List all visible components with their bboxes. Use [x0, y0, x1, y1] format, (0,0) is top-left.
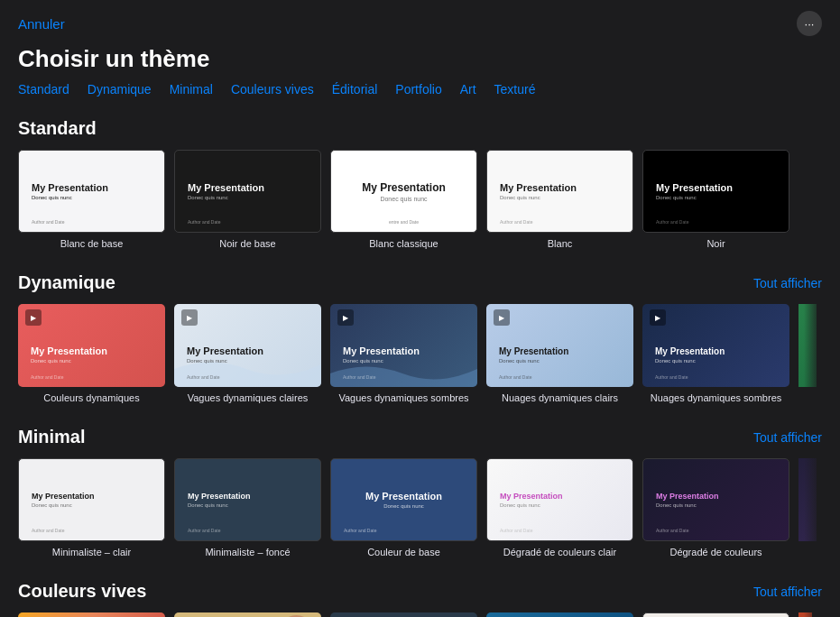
minimaliste-fonce-label: Minimaliste – foncé — [205, 547, 290, 557]
theme-vive-5[interactable]: DONEC QUIS NUNC My Presentation — [642, 612, 789, 617]
theme-blanc-classique[interactable]: My Presentation Donec quis nunc entre an… — [330, 150, 477, 249]
couleurs-vives-tout-afficher[interactable]: Tout afficher — [753, 585, 822, 599]
vive-2-preview: MYPRESENTATION — [174, 612, 321, 617]
annuler-button[interactable]: Annuler — [18, 16, 65, 32]
vagues-sombres-label: Vagues dynamiques sombres — [338, 392, 468, 403]
dynamique-section-header: Dynamique Tout afficher — [18, 272, 822, 293]
theme-noir-de-base[interactable]: My Presentation Donec quis nunc Author a… — [174, 150, 321, 249]
theme-subtitle: Donec quis nunc — [31, 358, 71, 364]
vive-1-preview: MYPRESENTATION — [18, 612, 165, 617]
dynamique-tout-afficher[interactable]: Tout afficher — [753, 276, 822, 290]
theme-couleur-base[interactable]: My Presentation Donec quis nunc Author a… — [330, 458, 477, 557]
theme-main-title: My Presentation — [343, 345, 420, 356]
more-button[interactable]: ··· — [797, 11, 822, 36]
couleur-base-label: Couleur de base — [367, 547, 440, 557]
theme-main-title: My Presentation — [365, 491, 442, 502]
theme-author: Author and Date — [32, 219, 64, 225]
theme-main-title: My Presentation — [31, 345, 107, 356]
theme-author: Author and Date — [655, 374, 688, 380]
vagues-sombres-preview: ▶ My Presentation Donec quis nunc Author… — [330, 304, 477, 387]
theme-vive-3[interactable]: MY PRESENTATION — [330, 612, 477, 617]
minimal-tout-afficher[interactable]: Tout afficher — [753, 430, 822, 445]
theme-subtitle: Donec quis nunc — [188, 195, 228, 200]
tab-art[interactable]: Art — [460, 82, 476, 97]
theme-vive-4[interactable]: Donec quis nunc — [486, 612, 633, 617]
vive-5-preview: DONEC QUIS NUNC My Presentation — [642, 612, 789, 617]
minimal-fonce-preview: My Presentation Donec quis nunc Author a… — [174, 458, 321, 541]
theme-main-title: My Presentation — [32, 182, 108, 193]
theme-degrade-clair[interactable]: My Presentation Donec quis nunc Author a… — [486, 458, 633, 557]
couleurs-vives-header: Couleurs vives Tout afficher — [18, 581, 822, 602]
theme-subtitle: Donec quis nunc — [656, 502, 697, 508]
tab-dynamique[interactable]: Dynamique — [88, 82, 152, 97]
theme-subtitle: Donec quis nunc — [188, 502, 228, 508]
theme-main-title: My Presentation — [188, 182, 264, 193]
theme-vive-2[interactable]: MYPRESENTATION — [174, 612, 321, 617]
theme-author: Author and Date — [188, 219, 220, 225]
vive-4-preview: Donec quis nunc — [486, 612, 633, 617]
minimal-section: Minimal Tout afficher My Presentation Do… — [0, 418, 840, 572]
more-icon: ··· — [805, 17, 815, 31]
minimaliste-clair-label: Minimaliste – clair — [52, 547, 131, 557]
blanc-classique-preview: My Presentation Donec quis nunc entre an… — [330, 150, 477, 233]
degrade-couleurs-preview: My Presentation Donec quis nunc Author a… — [642, 458, 789, 541]
dynamique-themes-row: ▶ My Presentation Donec quis nunc Author… — [18, 304, 822, 403]
theme-blanc[interactable]: My Presentation Donec quis nunc Author a… — [486, 150, 633, 249]
degrade-clair-label: Dégradé de couleurs clair — [503, 547, 616, 557]
theme-subtitle: Donec quis nunc — [656, 195, 697, 200]
top-bar: Annuler ··· — [0, 0, 840, 41]
tab-portfolio[interactable]: Portfolio — [395, 82, 441, 97]
theme-extra-dynamique[interactable] — [798, 304, 817, 403]
theme-author: Author and Date — [500, 219, 532, 225]
couleurs-vives-section: Couleurs vives Tout afficher MYPRESENTAT… — [0, 572, 840, 617]
theme-vive-extra[interactable] — [798, 612, 812, 617]
blanc-preview: My Presentation Donec quis nunc Author a… — [486, 150, 633, 233]
noir-label: Noir — [706, 238, 725, 249]
theme-nuages-sombres[interactable]: ▶ My Presentation Donec quis nunc Author… — [642, 304, 789, 403]
theme-vagues-claires[interactable]: ▶ My Presentation Donec quis nunc Author… — [174, 304, 321, 403]
minimal-section-header: Minimal Tout afficher — [18, 427, 822, 447]
theme-subtitle: Donec quis nunc — [500, 195, 540, 200]
theme-noir[interactable]: My Presentation Donec quis nunc Author a… — [642, 150, 789, 249]
theme-extra-minimal[interactable] — [798, 458, 817, 557]
theme-author: Author and Date — [188, 528, 220, 533]
standard-section: Standard My Presentation Donec quis nunc… — [0, 109, 840, 263]
theme-vagues-sombres[interactable]: ▶ My Presentation Donec quis nunc Author… — [330, 304, 477, 403]
vive-3-preview: MY PRESENTATION — [330, 612, 477, 617]
theme-minimaliste-fonce[interactable]: My Presentation Donec quis nunc Author a… — [174, 458, 321, 557]
couleurs-dyn-preview: ▶ My Presentation Donec quis nunc Author… — [18, 304, 165, 387]
theme-main-title: My Presentation — [500, 182, 577, 193]
blanc-label: Blanc — [548, 238, 573, 249]
degrade-clair-preview: My Presentation Donec quis nunc Author a… — [486, 458, 633, 541]
theme-main-title: My Presentation — [656, 492, 719, 501]
tab-standard[interactable]: Standard — [18, 82, 69, 97]
theme-author: Author and Date — [656, 219, 688, 225]
theme-subtitle: Donec quis nunc — [380, 196, 427, 202]
nuages-clairs-preview: ▶ My Presentation Donec quis nunc Author… — [486, 304, 633, 387]
theme-subtitle: Donec quis nunc — [32, 502, 72, 508]
vive-extra-preview — [798, 612, 812, 617]
theme-author: entre and Date — [389, 219, 419, 225]
theme-degrade-couleurs[interactable]: My Presentation Donec quis nunc Author a… — [642, 458, 789, 557]
theme-nuages-clairs[interactable]: ▶ My Presentation Donec quis nunc Author… — [486, 304, 633, 403]
theme-subtitle: Donec quis nunc — [343, 358, 383, 364]
tab-editorial[interactable]: Éditorial — [332, 82, 378, 97]
theme-couleurs-dynamiques[interactable]: ▶ My Presentation Donec quis nunc Author… — [18, 304, 165, 403]
theme-author: Author and Date — [187, 374, 219, 380]
tab-texture[interactable]: Texturé — [494, 82, 536, 97]
theme-minimaliste-clair[interactable]: My Presentation Donec quis nunc Author a… — [18, 458, 165, 557]
nuages-sombres-label: Nuages dynamiques sombres — [651, 392, 782, 403]
theme-author: Author and Date — [32, 528, 64, 533]
theme-main-title: My Presentation — [499, 346, 568, 356]
blanc-de-base-label: Blanc de base — [60, 238, 124, 249]
minimal-clair-preview: My Presentation Donec quis nunc Author a… — [18, 458, 165, 541]
theme-main-title: My Presentation — [500, 492, 563, 501]
tab-couleurs-vives[interactable]: Couleurs vives — [231, 82, 314, 97]
extra-dyn-preview — [798, 304, 817, 387]
standard-themes-row: My Presentation Donec quis nunc Author a… — [18, 150, 822, 249]
noir-de-base-label: Noir de base — [219, 238, 275, 249]
theme-main-title: My Presentation — [362, 181, 446, 194]
tab-minimal[interactable]: Minimal — [170, 82, 213, 97]
theme-vive-1[interactable]: MYPRESENTATION — [18, 612, 165, 617]
theme-blanc-de-base[interactable]: My Presentation Donec quis nunc Author a… — [18, 150, 165, 249]
